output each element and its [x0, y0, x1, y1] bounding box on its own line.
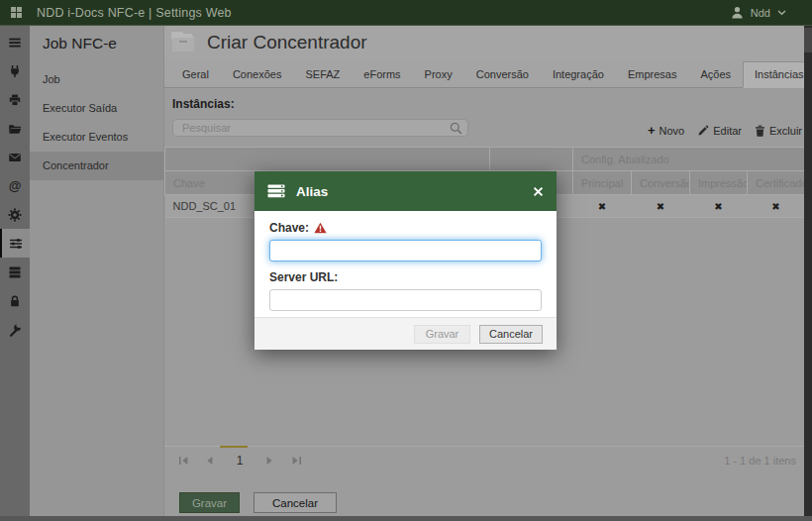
tab-instancias[interactable]: Instâncias [743, 61, 812, 88]
plus-icon: + [648, 124, 656, 137]
sidebar-item-executor-eventos[interactable]: Executor Eventos [30, 123, 163, 152]
group-cell-empty [165, 148, 490, 171]
pager-prev-icon [205, 456, 215, 466]
modal-footer: Gravar Cancelar [254, 317, 557, 350]
rail-item-email-at[interactable]: @ [0, 171, 30, 200]
tab-conexoes[interactable]: Conexões [221, 61, 294, 88]
grid-toolbar: + Novo Editar Excluir [648, 124, 802, 137]
rail-item-menu[interactable] [0, 28, 30, 56]
lock-icon [8, 294, 22, 308]
gravar-button[interactable]: Gravar [179, 492, 240, 513]
sidebar-item-executor-saida[interactable]: Executor Saída [30, 94, 163, 123]
page-header: Criar Concentrador [164, 25, 804, 59]
tabstrip: Geral Conexões SEFAZ eForms Proxy Conver… [164, 59, 804, 88]
tab-eforms[interactable]: eForms [352, 61, 412, 88]
close-icon [533, 186, 544, 197]
chave-field[interactable] [269, 240, 542, 261]
gear-icon [8, 208, 22, 222]
column-header-certificado[interactable]: Certificado [748, 171, 805, 195]
column-header-conversao[interactable]: Conversão [632, 171, 690, 195]
group-cell-empty [490, 148, 573, 171]
sidebar-item-concentrador[interactable]: Concentrador [30, 152, 163, 180]
mail-icon [8, 151, 22, 164]
footer-actions: Gravar Cancelar [179, 492, 337, 513]
rail-item-mail[interactable] [0, 143, 30, 171]
rail-item-instances[interactable] [0, 258, 30, 286]
pager-next-button[interactable] [262, 456, 276, 466]
alias-modal-header: Alias [254, 171, 557, 211]
sliders-icon [9, 237, 23, 251]
sidebar: Job NFC-e Job Executor Saída Executor Ev… [30, 25, 164, 521]
app-grid-logo-icon [11, 7, 22, 18]
pager-first-button[interactable] [176, 456, 190, 466]
box-icon [168, 30, 198, 55]
pager-current-page[interactable]: 1 [230, 454, 250, 468]
novo-button[interactable]: + Novo [648, 124, 684, 137]
column-header-impressao[interactable]: Impressão [690, 171, 748, 195]
cell-conversao-status: ✖ [632, 195, 690, 218]
warning-icon [314, 222, 327, 234]
pager-first-icon [178, 456, 189, 466]
modal-cancelar-button[interactable]: Cancelar [479, 325, 543, 344]
excluir-button[interactable]: Excluir [755, 125, 802, 137]
tab-proxy[interactable]: Proxy [413, 61, 464, 88]
icon-rail: @ [0, 25, 30, 521]
editar-button[interactable]: Editar [697, 125, 742, 137]
tab-geral[interactable]: Geral [170, 61, 221, 88]
group-header-config-atualizado: Config. Atualizado [573, 148, 805, 171]
sidebar-title: Job NFC-e [30, 25, 163, 65]
column-header-principal[interactable]: Principal [573, 171, 632, 195]
search-icon[interactable] [450, 122, 462, 135]
rail-item-tools[interactable] [0, 315, 30, 344]
tab-acoes[interactable]: Ações [688, 61, 743, 88]
pager-next-icon [264, 456, 274, 466]
instances-section-label: Instâncias: [172, 97, 235, 111]
pager-last-button[interactable] [289, 456, 303, 466]
folder-open-icon [8, 122, 22, 136]
tab-empresas[interactable]: Empresas [616, 61, 689, 88]
menu-icon [8, 36, 22, 50]
tab-integracao[interactable]: Integração [541, 61, 616, 88]
cell-impressao-status: ✖ [690, 195, 748, 218]
modal-title: Alias [296, 184, 328, 199]
grid-group-header-row: Config. Atualizado [165, 148, 805, 171]
printer-icon [8, 93, 22, 107]
cell-principal-status: ✖ [573, 195, 632, 218]
rail-item-files[interactable] [0, 114, 30, 143]
rail-item-settings-web[interactable] [0, 229, 30, 258]
search-input[interactable] [180, 121, 450, 135]
window-bottom-edge [0, 516, 812, 521]
search-box [172, 119, 468, 137]
page-title: Criar Concentrador [207, 32, 367, 53]
server-icon [8, 265, 22, 279]
cell-certificado-status: ✖ [748, 195, 805, 218]
pager-prev-button[interactable] [203, 456, 217, 466]
edit-icon [697, 125, 709, 137]
pager: 1 1 - 1 de 1 itens [164, 446, 804, 474]
scrollbar-thumb[interactable] [804, 28, 812, 52]
topbar: NDD i-Docs NFC-e | Settings Web Ndd [0, 0, 812, 26]
modal-body: Chave: Server URL: [254, 211, 557, 311]
pager-last-icon [291, 456, 302, 466]
modal-close-button[interactable] [533, 186, 544, 197]
user-menu[interactable]: Ndd [731, 6, 786, 19]
rail-item-settings[interactable] [0, 200, 30, 229]
modal-gravar-button[interactable]: Gravar [414, 325, 470, 344]
server-rack-icon [267, 184, 286, 198]
plug-icon [8, 64, 22, 78]
server-url-field[interactable] [269, 289, 542, 311]
rail-item-security[interactable] [0, 286, 30, 315]
alias-modal: Alias Chave: Server URL: [254, 171, 557, 350]
tab-sefaz[interactable]: SEFAZ [293, 61, 352, 88]
at-icon: @ [9, 179, 22, 192]
tab-conversao[interactable]: Conversão [464, 61, 541, 88]
user-name: Ndd [751, 7, 770, 19]
rail-item-connections[interactable] [0, 56, 30, 85]
chevron-down-icon [777, 10, 786, 16]
trash-icon [755, 125, 765, 137]
server-url-field-label: Server URL: [269, 270, 542, 284]
sidebar-item-job[interactable]: Job [30, 65, 163, 94]
rail-item-printer[interactable] [0, 85, 30, 114]
scrollbar-track[interactable] [804, 25, 812, 521]
cancelar-button[interactable]: Cancelar [254, 492, 337, 513]
